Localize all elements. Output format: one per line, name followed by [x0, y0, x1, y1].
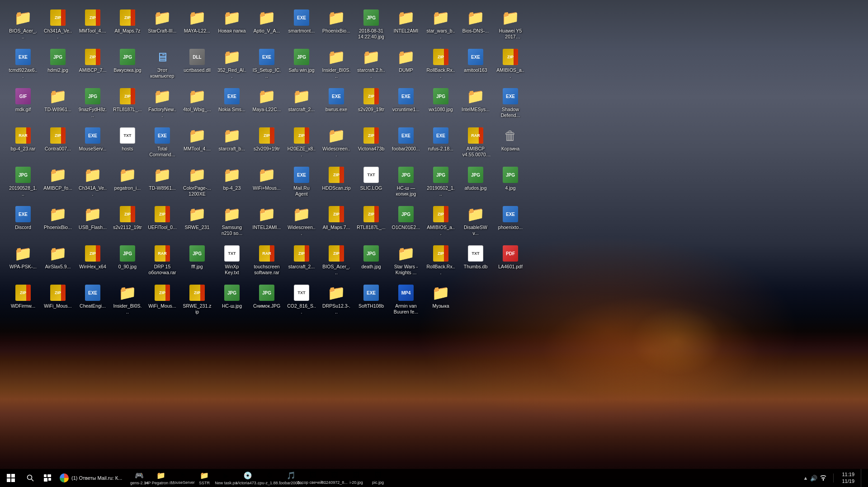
- desktop-icon-47[interactable]: ZIP Contra007...: [42, 125, 74, 163]
- show-desktop-button[interactable]: [861, 469, 863, 487]
- desktop-icon-110[interactable]: ZIP WiFi_Mous...: [146, 282, 179, 320]
- desktop-icon-36[interactable]: 📁4tol_Wbig_...: [181, 85, 213, 124]
- desktop-icon-49[interactable]: TXT hosts: [111, 125, 144, 163]
- desktop-icon-9[interactable]: EXE smartmont...: [285, 7, 318, 45]
- desktop-icon-53[interactable]: ZIP s2v209+19tr: [250, 125, 283, 163]
- desktop-icon-90[interactable]: EXE phoenixto...: [494, 203, 527, 242]
- tray-network-icon[interactable]: [819, 473, 828, 482]
- desktop-icon-76[interactable]: EXE Discord: [7, 203, 39, 242]
- desktop-icon-50[interactable]: EXE Total Command...: [146, 125, 179, 163]
- pinned-item-picjpg[interactable]: 🖼 pic.jpg: [367, 469, 389, 487]
- desktop-icon-37[interactable]: EXE Nokia Sms...: [216, 85, 248, 124]
- desktop-icon-93[interactable]: ZIP WinHex_x64: [76, 243, 109, 281]
- desktop-icon-71[interactable]: TXT SLIC.LOG: [355, 164, 387, 202]
- desktop-icon-39[interactable]: 📁starcraft_2...: [285, 85, 318, 124]
- desktop-icon-11[interactable]: JPG 2018-08-31 14:22:40.jpg: [355, 7, 387, 45]
- desktop-icon-31[interactable]: GIF mdk.gif: [7, 85, 39, 124]
- desktop-icon-98[interactable]: RAR touchscreen software.rar: [250, 243, 283, 281]
- desktop-icon-32[interactable]: 📁TD-W8961...: [42, 85, 74, 124]
- desktop-icon-75[interactable]: JPG 4.jpg: [494, 164, 527, 202]
- desktop-icon-33[interactable]: JPG 9nazFydH8z...: [76, 85, 109, 124]
- desktop-icon-105[interactable]: PDF LA4601.pdf: [494, 243, 527, 281]
- desktop-icon-43[interactable]: JPG wx1080.jpg: [425, 85, 457, 124]
- desktop-icon-18[interactable]: ZIP AMIBCP_7...: [76, 46, 109, 84]
- pinned-item-cpuz[interactable]: ⚙ cpu-z_1.88...: [259, 469, 280, 487]
- desktop-icon-83[interactable]: 📁INTEL2AMI...: [250, 203, 283, 242]
- desktop-icon-82[interactable]: 📁Samsung n210 so...: [216, 203, 248, 242]
- desktop-icon-1[interactable]: 📁BIOS_Acer_...: [7, 7, 39, 45]
- pinned-item-newtask[interactable]: ▶ New task.pa: [215, 469, 237, 487]
- desktop-icon-112[interactable]: JPG HC-ш.jpg: [216, 282, 248, 320]
- desktop-icon-74[interactable]: JPG afudos.jpg: [459, 164, 492, 202]
- desktop-icon-22[interactable]: 📁352_Red_Al...: [216, 46, 248, 84]
- desktop-icon-99[interactable]: ZIP starcraft_2...: [285, 243, 318, 281]
- task-view-button[interactable]: [39, 469, 56, 487]
- desktop-icon-92[interactable]: 📁AirSlax5.9...: [42, 243, 74, 281]
- desktop-icon-19[interactable]: JPG Викусяка.jpg: [111, 46, 144, 84]
- desktop-icon-81[interactable]: 📁SRWE_231: [181, 203, 213, 242]
- desktop-icon-107[interactable]: ZIP WiFi_Mous...: [42, 282, 74, 320]
- pinned-item-i20[interactable]: 🖼 i-20.jpg: [345, 469, 367, 487]
- desktop-icon-87[interactable]: JPG O1CN01E2...: [390, 203, 422, 242]
- desktop-icon-84[interactable]: 📁Widescreen...: [285, 203, 318, 242]
- desktop-icon-78[interactable]: 📁USB_Flash...: [76, 203, 109, 242]
- desktop-icon-111[interactable]: ZIP SRWE_231.zip: [181, 282, 213, 320]
- desktop-icon-54[interactable]: ZIP H20EZE_x8...: [285, 125, 318, 163]
- desktop-icon-97[interactable]: TXT WinXp Key.txt: [216, 243, 248, 281]
- desktop-icon-100[interactable]: ZIP BIOS_Acer_...: [320, 243, 353, 281]
- browser-taskbar-item[interactable]: (1) Ответы Mail.ru: К...: [56, 469, 128, 487]
- desktop-icon-42[interactable]: EXE vcruntime1...: [390, 85, 422, 124]
- desktop-icon-46[interactable]: RAR bp-4_23.rar: [7, 125, 39, 163]
- desktop-icon-94[interactable]: JPG 0_90.jpg: [111, 243, 144, 281]
- desktop-icon-91[interactable]: 📁WPA-PSK-...: [7, 243, 39, 281]
- desktop-icon-88[interactable]: ZIP AMIBIOS_a...: [425, 203, 457, 242]
- desktop-icon-67[interactable]: 📁bp-4_23: [216, 164, 248, 202]
- pinned-item-mouseserver[interactable]: 🖱 MouseServer: [172, 469, 193, 487]
- desktop-icon-16[interactable]: EXE tcmd922ax6...: [7, 46, 39, 84]
- desktop-icon-15[interactable]: 📁Huawei Y5 2017 Maya-...: [494, 7, 527, 45]
- desktop-icon-7[interactable]: 📁Новая папка: [216, 7, 248, 45]
- desktop-icon-30[interactable]: ZIP AMIBIOS_a...: [494, 46, 527, 84]
- desktop-icon-38[interactable]: 📁Maya-L22C...: [250, 85, 283, 124]
- desktop-icon-108[interactable]: EXE CheatEngi...: [76, 282, 109, 320]
- desktop-icon-13[interactable]: 📁star_wars_b...: [425, 7, 457, 45]
- desktop-icon-68[interactable]: 📁WiFi+Mous...: [250, 164, 283, 202]
- desktop-icon-101[interactable]: JPG death.jpg: [355, 243, 387, 281]
- desktop-icon-118[interactable]: 📁Музыка: [425, 282, 457, 320]
- desktop-icon-6[interactable]: 📁MAYA-L22...: [181, 7, 213, 45]
- desktop-icon-45[interactable]: EXE Shadow Defend...: [494, 85, 527, 124]
- desktop-icon-69[interactable]: EXE Mail.Ru Agent: [285, 164, 318, 202]
- desktop-icon-14[interactable]: 📁Bios-DNS-...: [459, 7, 492, 45]
- desktop-icon-58[interactable]: EXE rufus-2.18...: [425, 125, 457, 163]
- desktop-icon-57[interactable]: EXE foobar2000...: [390, 125, 422, 163]
- tray-speaker-icon[interactable]: 🔊: [809, 473, 818, 482]
- desktop-icon-4[interactable]: ZIP All_Maps.7z: [111, 7, 144, 45]
- desktop-icon-5[interactable]: 📁StarCraft-III...: [146, 7, 179, 45]
- desktop-icon-116[interactable]: EXE SoftTH108b: [355, 282, 387, 320]
- desktop-icon-40[interactable]: EXE bwrus.exe: [320, 85, 353, 124]
- desktop-icon-24[interactable]: JPG Safu win.jpg: [285, 46, 318, 84]
- pinned-item-victoria[interactable]: 💿 Victoria473...: [237, 469, 259, 487]
- desktop-icon-89[interactable]: 📁DisableSW v...: [459, 203, 492, 242]
- tray-expand-arrow[interactable]: ▲: [802, 474, 809, 482]
- pinned-item-img80[interactable]: 🖼 80240972_8...: [324, 469, 345, 487]
- pinned-item-hp-pegatron[interactable]: 📁 HP Pegatron IPXSB-DM ...: [150, 469, 172, 487]
- search-button[interactable]: [22, 469, 39, 487]
- desktop-icon-113[interactable]: JPG Снимок.JPG: [250, 282, 283, 320]
- desktop-icon-77[interactable]: 📁PhoenixBio...: [42, 203, 74, 242]
- desktop-icon-52[interactable]: 📁starcraft_b...: [216, 125, 248, 163]
- desktop-icon-66[interactable]: 📁ColorPage-... 1200XE: [181, 164, 213, 202]
- desktop-icon-10[interactable]: 📁PhoenixBio...: [320, 7, 353, 45]
- desktop-icon-12[interactable]: 📁INTEL2AMI: [390, 7, 422, 45]
- desktop-icon-27[interactable]: 📁DUMP: [390, 46, 422, 84]
- desktop-icon-65[interactable]: 📁TD-W8961...: [146, 164, 179, 202]
- desktop-icon-103[interactable]: ZIP RollBack.Rx...: [425, 243, 457, 281]
- desktop-icon-17[interactable]: JPG hdmi2.jpg: [42, 46, 74, 84]
- desktop-icon-48[interactable]: EXE MouseServ...: [76, 125, 109, 163]
- pinned-item-zasor[interactable]: 🖼 Засор свечей д...: [302, 469, 324, 487]
- desktop-icon-34[interactable]: ZIP RTL8187L_...: [111, 85, 144, 124]
- desktop-icon-63[interactable]: 📁Ch341A_Ve...: [76, 164, 109, 202]
- desktop-icon-86[interactable]: ZIP RTL8187L_...: [355, 203, 387, 242]
- desktop-icon-59[interactable]: RAR AMIBCP v4.55.0070.rar: [459, 125, 492, 163]
- desktop-icon-104[interactable]: TXT Thumbs.db: [459, 243, 492, 281]
